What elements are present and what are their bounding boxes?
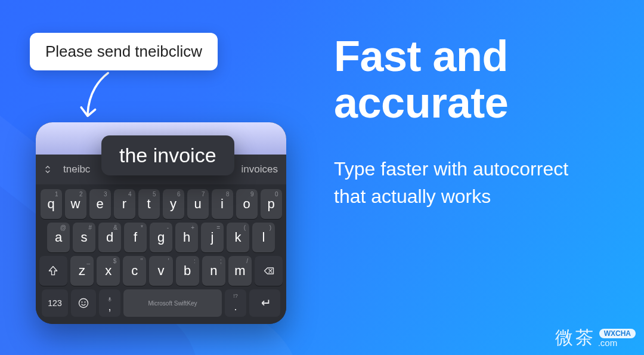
key-hint: &: [113, 224, 117, 231]
key-v[interactable]: v': [149, 256, 172, 286]
spacebar[interactable]: Microsoft SwiftKey: [123, 289, 222, 317]
watermark-suffix: .com: [598, 338, 618, 347]
subheadline: Type faster with autocorrect that actual…: [334, 155, 590, 211]
headline-line2: accurate: [334, 79, 508, 126]
key-hint: 0: [275, 191, 278, 197]
key-hint: /: [246, 258, 248, 264]
key-hint: 6: [177, 191, 181, 197]
expand-suggestions-icon[interactable]: [36, 165, 60, 174]
key-hint: 5: [153, 191, 156, 197]
comma-key[interactable]: ,: [99, 289, 120, 317]
key-y[interactable]: y6: [163, 189, 184, 219]
key-h[interactable]: h+: [175, 223, 198, 252]
key-hint: 9: [250, 191, 254, 197]
headline: Fast and accurate: [334, 33, 508, 126]
key-hint: _: [87, 258, 91, 264]
suggestion-right[interactable]: invoices: [235, 163, 286, 175]
emoji-key[interactable]: [71, 289, 96, 317]
key-q[interactable]: q1: [41, 189, 62, 219]
key-m[interactable]: m/: [228, 256, 252, 286]
key-hint: $: [113, 258, 117, 264]
keyboard-body: q1w2e3r4t5y6u7i8o9p0 a@s#d&f*g-h+j=k(l) …: [36, 184, 286, 324]
key-hint: ': [168, 258, 169, 264]
suggestion-left[interactable]: tneibc: [60, 163, 107, 175]
key-hint: =: [216, 224, 220, 231]
key-o[interactable]: o9: [236, 189, 258, 219]
key-hint: @: [60, 224, 66, 231]
key-p[interactable]: p0: [261, 189, 282, 219]
key-hint: #: [88, 224, 92, 231]
watermark: 微茶 WXCHA .com: [555, 326, 636, 350]
key-n[interactable]: n;: [202, 256, 225, 286]
key-hint: ;: [220, 258, 222, 264]
key-b[interactable]: b:: [176, 256, 199, 286]
svg-rect-3: [109, 297, 111, 300]
key-j[interactable]: j=: [201, 223, 224, 252]
key-x[interactable]: x$: [97, 256, 120, 286]
autocorrect-popup[interactable]: the invoice: [101, 135, 234, 175]
key-hint: (: [244, 224, 246, 231]
shift-key[interactable]: [39, 256, 67, 286]
key-k[interactable]: k(: [227, 223, 249, 252]
mic-icon: [107, 293, 113, 305]
key-c[interactable]: c": [123, 256, 146, 286]
svg-point-2: [85, 302, 85, 302]
period-hint: !?: [233, 293, 238, 299]
key-r[interactable]: r4: [114, 189, 135, 219]
key-hint: *: [141, 224, 143, 231]
key-hint: -: [167, 224, 169, 231]
key-s[interactable]: s#: [73, 223, 95, 252]
key-hint: 4: [128, 191, 132, 197]
svg-point-1: [82, 302, 82, 302]
key-hint: ": [141, 258, 143, 264]
key-u[interactable]: u7: [187, 189, 209, 219]
key-w[interactable]: w2: [65, 189, 86, 219]
svg-point-0: [79, 299, 88, 308]
key-hint: :: [194, 258, 196, 264]
key-t[interactable]: t5: [138, 189, 160, 219]
key-g[interactable]: g-: [150, 223, 172, 252]
watermark-badge: WXCHA: [599, 329, 636, 338]
enter-key[interactable]: [249, 289, 280, 317]
keyboard-demo: Please send tneibclicw tneibc the invoic…: [30, 33, 286, 349]
period-label: .: [234, 301, 237, 313]
typed-text-bubble: Please send tneibclicw: [30, 33, 218, 70]
arrow-icon: [72, 70, 125, 126]
key-hint: 7: [202, 191, 205, 197]
key-a[interactable]: a@: [47, 223, 70, 252]
key-hint: 2: [79, 191, 83, 197]
key-hint: +: [191, 224, 194, 231]
key-l[interactable]: l): [252, 223, 275, 252]
key-d[interactable]: d&: [98, 223, 121, 252]
key-z[interactable]: z_: [70, 256, 94, 286]
key-i[interactable]: i8: [212, 189, 233, 219]
period-key[interactable]: !? .: [225, 289, 246, 317]
watermark-cn: 微茶: [555, 326, 596, 350]
numeric-key[interactable]: 123: [42, 289, 68, 317]
key-e[interactable]: e3: [89, 189, 111, 219]
backspace-key[interactable]: [255, 256, 283, 286]
key-hint: 8: [226, 191, 230, 197]
key-f[interactable]: f*: [124, 223, 147, 252]
key-hint: 1: [55, 191, 58, 197]
key-hint: ): [270, 224, 271, 231]
key-hint: 3: [104, 191, 107, 197]
headline-line1: Fast and: [334, 32, 508, 80]
